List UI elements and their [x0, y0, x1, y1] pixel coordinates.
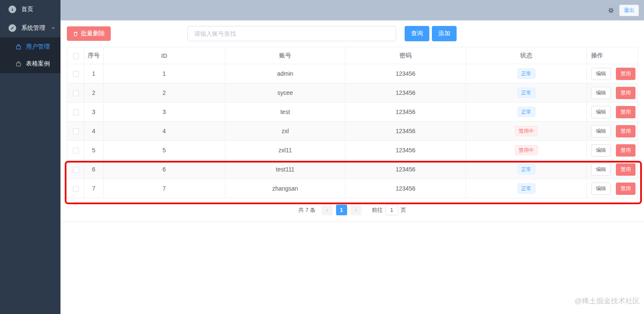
edit-button[interactable]: 编辑 — [591, 183, 611, 195]
edit-button[interactable]: 编辑 — [591, 144, 611, 157]
row-checkbox[interactable] — [73, 186, 79, 192]
cell-id: 1 — [104, 64, 225, 83]
cell-id: 2 — [104, 83, 225, 103]
search-input[interactable] — [187, 26, 396, 41]
cell-index: 6 — [84, 160, 104, 179]
header-id: ID — [104, 47, 225, 64]
bag-icon — [15, 44, 22, 50]
cell-index: 7 — [84, 179, 104, 198]
sidebar-item-label: 表格案例 — [26, 60, 50, 68]
edit-button[interactable]: 编辑 — [591, 125, 611, 137]
watermark: @稀土掘金技术社区 — [575, 296, 640, 306]
cell-account: zxl11 — [225, 141, 345, 160]
pagination: 共 7 条 ‹ 1 › 前往 页 — [60, 205, 644, 215]
cell-index: 5 — [84, 141, 104, 160]
header-checkbox-cell — [67, 47, 84, 64]
add-button[interactable]: 添加 — [432, 26, 457, 41]
topbar: 退出 — [60, 0, 644, 20]
row-checkbox[interactable] — [73, 109, 79, 115]
prev-page-button[interactable]: ‹ — [322, 205, 333, 215]
table-row: 3 3 test 123456 正常 编辑 禁用 — [67, 103, 638, 122]
main-content: 批量删除 查询 添加 序号 ID 账号 密码 状态 操作 1 1 admin — [60, 20, 644, 222]
status-badge: 正常 — [518, 164, 535, 174]
status-badge: 禁用中 — [515, 126, 538, 136]
sidebar-item-user-management[interactable]: 用户管理 — [0, 38, 60, 55]
sidebar-item-label: 用户管理 — [26, 43, 50, 51]
table-body: 1 1 admin 123456 正常 编辑 禁用 2 2 sycee 1234… — [67, 64, 638, 198]
disable-button[interactable]: 禁用 — [616, 68, 635, 80]
edit-button[interactable]: 编辑 — [591, 163, 611, 176]
sidebar-item-table-example[interactable]: 表格案例 — [0, 55, 60, 72]
cell-account: test — [225, 103, 345, 122]
cell-account: sycee — [225, 83, 345, 103]
status-badge: 正常 — [518, 107, 535, 117]
header-password: 密码 — [345, 47, 466, 64]
row-checkbox[interactable] — [73, 128, 79, 134]
header-index: 序号 — [84, 47, 104, 64]
edit-button[interactable]: 编辑 — [591, 68, 611, 80]
edit-button[interactable]: 编辑 — [591, 106, 611, 118]
current-page-button[interactable]: 1 — [336, 205, 347, 215]
row-checkbox[interactable] — [73, 167, 79, 173]
status-badge: 正常 — [518, 88, 535, 98]
disable-button[interactable]: 禁用 — [616, 87, 635, 99]
cell-id: 5 — [104, 141, 225, 160]
cell-id: 7 — [104, 179, 225, 198]
table-row: 7 7 zhangsan 123456 正常 编辑 禁用 — [67, 179, 638, 198]
chevron-up-icon — [51, 26, 55, 30]
cell-account: test111 — [225, 160, 345, 179]
header-account: 账号 — [225, 47, 345, 64]
disable-button[interactable]: 禁用 — [616, 106, 635, 118]
sidebar-item-label: 系统管理 — [21, 24, 45, 32]
select-all-checkbox[interactable] — [73, 53, 79, 59]
goto-suffix: 页 — [401, 206, 406, 214]
cell-account: admin — [225, 64, 345, 83]
cell-id: 4 — [104, 122, 225, 141]
table-row: 4 4 zxl 123456 禁用中 编辑 禁用 — [67, 122, 638, 141]
row-checkbox[interactable] — [73, 90, 79, 96]
disable-button[interactable]: 禁用 — [616, 125, 635, 137]
disable-button[interactable]: 禁用 — [616, 144, 635, 157]
cell-password: 123456 — [345, 160, 466, 179]
next-page-button[interactable]: › — [351, 205, 362, 215]
sidebar-item-home[interactable]: i 首页 — [0, 0, 60, 19]
row-checkbox[interactable] — [73, 71, 79, 77]
cell-account: zxl — [225, 122, 345, 141]
header-status: 状态 — [466, 47, 587, 64]
pagination-total: 共 7 条 — [298, 206, 315, 214]
cell-password: 123456 — [345, 103, 466, 122]
header-operation: 操作 — [587, 47, 638, 64]
check-circle-icon: ✓ — [9, 24, 16, 32]
cell-index: 1 — [84, 64, 104, 83]
row-checkbox[interactable] — [73, 148, 79, 154]
table-row: 2 2 sycee 123456 正常 编辑 禁用 — [67, 83, 638, 103]
cell-id: 6 — [104, 160, 225, 179]
status-badge: 禁用中 — [515, 145, 538, 155]
disable-button[interactable]: 禁用 — [616, 183, 635, 195]
sidebar-item-system[interactable]: ✓ 系统管理 — [0, 19, 60, 37]
sidebar-item-label: 首页 — [21, 6, 33, 13]
batch-delete-label: 批量删除 — [81, 30, 105, 37]
table-row: 6 6 test111 123456 正常 编辑 禁用 — [67, 160, 638, 179]
cell-index: 4 — [84, 122, 104, 141]
logout-button[interactable]: 退出 — [619, 5, 639, 16]
sidebar: i 首页 ✓ 系统管理 用户管理 表格案例 — [0, 0, 60, 314]
sidebar-submenu: 用户管理 表格案例 — [0, 37, 60, 73]
goto-page-input[interactable] — [385, 205, 398, 215]
status-badge: 正常 — [518, 69, 535, 79]
status-badge: 正常 — [518, 183, 535, 194]
cell-password: 123456 — [345, 141, 466, 160]
cell-password: 123456 — [345, 179, 466, 198]
goto-prefix: 前往 — [372, 206, 383, 214]
edit-button[interactable]: 编辑 — [591, 87, 611, 99]
disable-button[interactable]: 禁用 — [616, 163, 635, 176]
cell-password: 123456 — [345, 122, 466, 141]
batch-delete-button[interactable]: 批量删除 — [67, 26, 111, 41]
cell-id: 3 — [104, 103, 225, 122]
bag-icon — [15, 61, 22, 67]
gear-icon[interactable] — [608, 7, 614, 14]
cell-account: zhangsan — [225, 179, 345, 198]
cell-index: 2 — [84, 83, 104, 103]
query-button[interactable]: 查询 — [405, 26, 429, 41]
table-row: 1 1 admin 123456 正常 编辑 禁用 — [67, 64, 638, 83]
